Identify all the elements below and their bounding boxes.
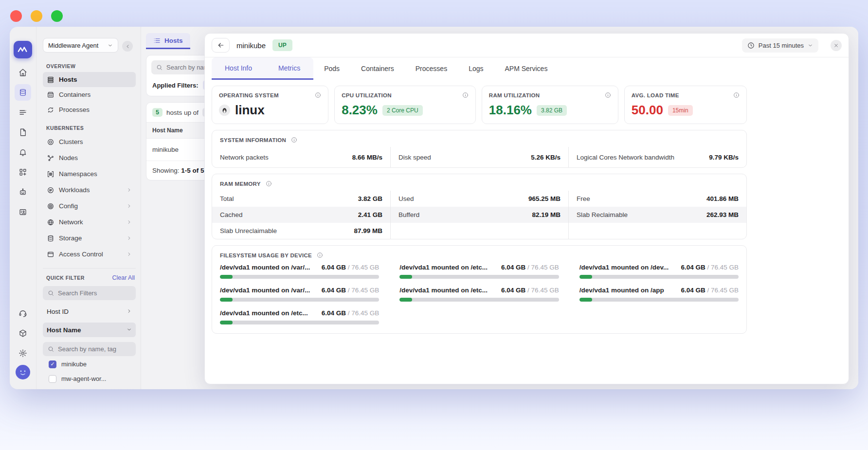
clear-all-link[interactable]: Clear All: [112, 274, 135, 281]
clock-icon: [747, 42, 755, 49]
sidebar-item-access-control[interactable]: Access Control: [43, 246, 136, 262]
info-icon[interactable]: [462, 92, 469, 98]
filesystem-device: /dev/vda1 mounted on /app 6.04 GB / 76.4…: [579, 287, 739, 302]
host-checkbox-mw-agent-1[interactable]: mw-agent-wor...: [49, 372, 136, 385]
filesystem-device: /dev/vda1 mounted on /etc... 6.04 GB / 7…: [399, 264, 559, 279]
info-icon[interactable]: [733, 92, 740, 98]
sidebar-item-processes[interactable]: Processes: [43, 102, 136, 117]
main-area: Hosts D Search by nam Applied Filters: h…: [141, 27, 858, 389]
list-view-icon: [153, 37, 161, 44]
install-package-icon[interactable]: [15, 325, 31, 342]
filesystem-device: /dev/vda1 mounted on /var/... 6.04 GB / …: [220, 264, 379, 279]
sidebar-item-storage[interactable]: Storage: [43, 230, 136, 246]
middleware-logo[interactable]: [14, 41, 32, 58]
tab-processes[interactable]: Processes: [405, 57, 458, 80]
ram-badge: 3.82 GB: [537, 105, 567, 116]
section-label-kubernetes: KUBERNETES: [46, 125, 136, 131]
chevron-right-icon: [127, 235, 132, 241]
sidebar: Middleware Agent OVERVIEW Hosts Containe…: [36, 27, 141, 389]
ram-slab-reclaimable: Slab Reclaimable 262.93 MB: [568, 207, 746, 223]
sidebar-item-workloads[interactable]: Workloads: [43, 182, 136, 198]
host-checkbox-minikube[interactable]: ✓ minikube: [49, 358, 136, 371]
sidebar-item-hosts[interactable]: Hosts: [43, 72, 136, 87]
ai-assistant-icon[interactable]: [15, 184, 31, 200]
applied-filters-label: Applied Filters:: [152, 82, 199, 89]
info-icon[interactable]: [291, 137, 297, 143]
close-panel-button[interactable]: [831, 40, 842, 51]
filter-group-host-name[interactable]: Host Name: [43, 323, 136, 337]
stat-disk-speed: Disk speed 5.26 KB/s: [390, 147, 568, 167]
monitors-icon[interactable]: [15, 104, 31, 121]
host-checkbox-mw-agent-2[interactable]: mw-agent-wor...: [49, 387, 136, 389]
info-icon[interactable]: [266, 180, 272, 187]
logs-icon[interactable]: [15, 124, 31, 141]
host-title: minikube: [236, 41, 266, 50]
desktop-background: Middleware Agent OVERVIEW Hosts Containe…: [0, 0, 868, 450]
minimize-window-button[interactable]: [31, 10, 42, 22]
search-icon: [48, 346, 54, 352]
sidebar-item-nodes[interactable]: Nodes: [43, 150, 136, 166]
integrations-icon[interactable]: [15, 164, 31, 180]
icon-rail: [10, 27, 36, 389]
usage-progress-bar: [220, 321, 379, 324]
sidebar-item-config[interactable]: Config: [43, 198, 136, 214]
rum-icon[interactable]: [15, 204, 31, 220]
hosts-up-count-badge: 5: [152, 108, 163, 117]
tab-logs[interactable]: Logs: [458, 57, 494, 80]
filesystem-grid: /dev/vda1 mounted on /var/... 6.04 GB / …: [212, 262, 746, 333]
sidebar-item-network[interactable]: Network: [43, 214, 136, 230]
home-icon[interactable]: [15, 64, 31, 81]
card-ram-utilization: RAM UTILIZATION 18.16% 3.82 GB: [482, 86, 618, 124]
ram-empty-cell: [390, 223, 568, 239]
workspace-selector[interactable]: Middleware Agent: [43, 38, 118, 53]
filter-group-host-id[interactable]: Host ID: [43, 304, 136, 319]
time-range-selector[interactable]: Past 15 minutes: [742, 38, 818, 53]
workspace-name: Middleware Agent: [48, 42, 98, 49]
search-icon: [48, 290, 54, 296]
checkbox-icon[interactable]: [49, 375, 56, 383]
info-icon[interactable]: [317, 252, 323, 258]
detail-header: minikube UP Past 15 minutes: [205, 34, 849, 57]
info-icon[interactable]: [605, 92, 611, 98]
back-button[interactable]: [212, 38, 230, 53]
zoom-window-button[interactable]: [51, 10, 63, 22]
filesystem-device: /dev/vda1 mounted on /var/... 6.04 GB / …: [220, 287, 379, 302]
cpu-value: 8.23%: [342, 103, 378, 118]
chevron-right-icon: [127, 308, 132, 315]
close-window-button[interactable]: [10, 10, 22, 22]
nodes-icon: [47, 154, 54, 162]
tab-host-info[interactable]: Host Info: [212, 57, 265, 78]
tab-apm-services[interactable]: APM Services: [494, 57, 559, 80]
cpu-badge: 2 Core CPU: [382, 105, 423, 116]
divider: [43, 268, 136, 269]
user-avatar[interactable]: [16, 365, 30, 381]
card-avg-load-time: AVG. LOAD TIME 50.00 15min: [624, 86, 747, 124]
ram-cached: Cached 2.41 GB: [212, 207, 390, 223]
usage-progress-bar: [220, 298, 379, 302]
collapse-sidebar-button[interactable]: [122, 41, 133, 52]
support-headset-icon[interactable]: [15, 305, 31, 322]
sidebar-item-containers[interactable]: Containers: [43, 87, 136, 102]
info-icon[interactable]: [315, 92, 321, 98]
tab-pods[interactable]: Pods: [313, 57, 350, 80]
detail-tabs: Host Info Metrics Pods Containers Proces…: [205, 57, 849, 80]
infrastructure-icon[interactable]: [15, 84, 31, 101]
host-detail-panel: minikube UP Past 15 minutes Host Info Me…: [204, 33, 849, 384]
tab-containers[interactable]: Containers: [350, 57, 405, 80]
checkbox-checked-icon[interactable]: ✓: [49, 360, 56, 368]
load-value: 50.00: [632, 103, 663, 118]
sidebar-item-clusters[interactable]: Clusters: [43, 134, 136, 150]
host-name-search-input[interactable]: Search by name, tag: [43, 342, 136, 356]
tab-metrics[interactable]: Metrics: [265, 57, 313, 78]
arrow-left-icon: [217, 41, 225, 49]
app-window: Middleware Agent OVERVIEW Hosts Containe…: [10, 27, 858, 389]
storage-database-icon: [47, 234, 54, 242]
alerts-bell-icon[interactable]: [15, 144, 31, 161]
tab-hosts-list[interactable]: Hosts: [146, 33, 190, 49]
settings-gear-icon[interactable]: [15, 345, 31, 361]
usage-progress-bar: [579, 275, 739, 279]
filesystem-section: FILESYSTEM USAGE BY DEVICE /dev/vda1 mou…: [212, 245, 747, 334]
sidebar-item-namespaces[interactable]: Namespaces: [43, 166, 136, 182]
filter-search-input[interactable]: Search Filters: [43, 286, 136, 300]
window-controls: [10, 10, 63, 22]
